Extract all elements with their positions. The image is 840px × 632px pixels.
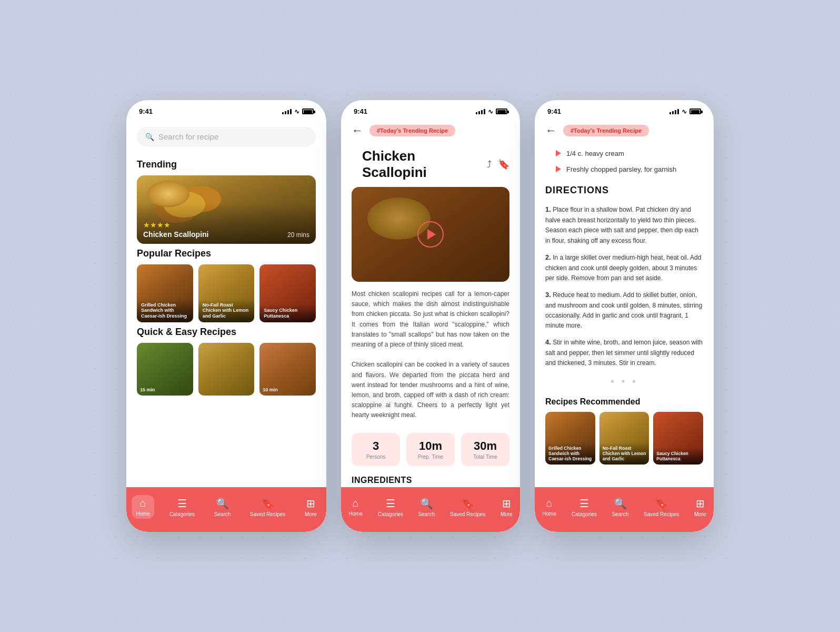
popular-card-3[interactable]: Saucy Chicken Puttanesca: [259, 264, 316, 322]
nav-home-label-2: Home: [348, 511, 363, 517]
status-bar-3: 9:41 ∿: [535, 100, 714, 118]
nav-home-1[interactable]: ⌂ Home: [132, 495, 154, 519]
quick-title: Quick & Easy Recipes: [126, 322, 326, 343]
popular-grid: Grilled Chicken Sandwich with Caesar-ish…: [126, 264, 326, 322]
rec-card-3[interactable]: Saucy Chicken Puttanesca: [653, 412, 703, 465]
quick-card-2[interactable]: [198, 343, 255, 396]
battery-icon: [302, 108, 314, 114]
last-ingredient-1: 1/4 c. heavy cream: [545, 146, 703, 162]
home-icon-2: ⌂: [353, 497, 359, 509]
nav-search-label-1: Search: [214, 511, 231, 517]
nav-categories-3[interactable]: ☰ Catagories: [567, 495, 601, 519]
status-icons-3: ∿: [669, 108, 701, 115]
nav-categories-1[interactable]: ☰ Catagories: [165, 495, 199, 519]
rec-overlay-1: Grilled Chicken Sandwich with Caesar-ish…: [545, 442, 595, 465]
rec-card-2[interactable]: No-Fail Roast Chicken with Lemon and Gar…: [599, 412, 649, 465]
nav-categories-2[interactable]: ☰ Catagories: [374, 495, 407, 519]
search-bar[interactable]: 🔍 Search for recipe: [137, 127, 316, 146]
home-icon-3: ⌂: [546, 497, 553, 509]
signal-icon-3: [669, 109, 679, 114]
battery-icon-2: [496, 108, 507, 114]
phone-recipe: 9:41 ∿ ← #Today's Trending Recipe Chicke…: [341, 100, 520, 532]
popular-title: Popular Recipes: [126, 244, 326, 264]
stat-prep: 10m Prep. Time: [406, 433, 455, 466]
nav-home-label-1: Home: [136, 511, 150, 517]
prep-value: 10m: [415, 439, 446, 453]
popular-card-2[interactable]: No-Fail Roast Chicken with Lemon and Gar…: [198, 264, 255, 322]
nav-home-label-3: Home: [542, 511, 556, 517]
status-bar-1: 9:41 ∿: [126, 100, 326, 118]
popular-name-1: Grilled Chicken Sandwich with Caesar-ish…: [141, 302, 189, 319]
rec-name-1: Grilled Chicken Sandwich with Caesar-ish…: [548, 446, 592, 462]
categories-icon-1: ☰: [177, 497, 187, 510]
nav-saved-2[interactable]: 🔖 Saved Recipes: [446, 495, 489, 519]
bottom-nav-1: ⌂ Home ☰ Catagories 🔍 Search 🔖 Saved Rec…: [126, 487, 326, 532]
nav-search-1[interactable]: 🔍 Search: [210, 495, 235, 519]
nav-categories-label-1: Catagories: [169, 511, 195, 517]
bottom-nav-2: ⌂ Home ☰ Catagories 🔍 Search 🔖 Saved Rec…: [341, 487, 520, 532]
nav-more-3[interactable]: ⊞ More: [690, 495, 711, 519]
stat-total: 30m Total Time: [461, 433, 509, 466]
battery-icon-3: [689, 108, 701, 114]
quick-card-1[interactable]: 15 min: [137, 343, 193, 396]
recipe-desc-1: Most chicken scallopini recipes call for…: [352, 290, 509, 348]
more-icon-3: ⊞: [696, 497, 705, 510]
trending-stars: ★★★★: [143, 221, 208, 229]
time-3: 9:41: [547, 107, 561, 115]
step-text-2: In a large skillet over medium-high heat…: [545, 254, 701, 282]
play-triangle: [427, 229, 436, 240]
play-button[interactable]: [417, 221, 444, 248]
nav-more-1[interactable]: ⊞ More: [301, 495, 321, 519]
nav-more-2[interactable]: ⊞ More: [496, 495, 517, 519]
recipe-title: Chicken Scallopini: [352, 148, 487, 181]
search-icon: 🔍: [145, 133, 154, 141]
total-label: Total Time: [469, 454, 501, 460]
more-icon-2: ⊞: [502, 497, 511, 510]
popular-card-1[interactable]: Grilled Chicken Sandwich with Caesar-ish…: [137, 264, 193, 322]
nav-home-3[interactable]: ⌂ Home: [538, 495, 561, 519]
recipe-header: ← #Today's Trending Recipe: [341, 118, 520, 146]
back-button-3[interactable]: ←: [545, 124, 557, 137]
signal-icon-2: [476, 109, 485, 114]
quick-image-2: [198, 343, 255, 396]
home-icon-1: ⌂: [140, 497, 146, 509]
trending-card[interactable]: ★★★★ Chicken Scallopini 20 mins: [137, 175, 316, 244]
nav-more-label-1: More: [305, 511, 317, 517]
quick-card-3[interactable]: 10 min: [259, 343, 316, 396]
step-num-4: 4.: [545, 338, 551, 346]
nav-search-2[interactable]: 🔍 Search: [414, 495, 439, 519]
recipe-header-3: ← #Today's Trending Recipe: [535, 118, 714, 146]
last-arrow-2: [556, 166, 561, 172]
rec-overlay-3: Saucy Chicken Puttanesca: [653, 448, 703, 465]
persons-value: 3: [360, 439, 392, 453]
wifi-icon-2: ∿: [488, 108, 493, 115]
time-2: 9:41: [354, 107, 367, 115]
quick-grid: 15 min 10 min: [126, 343, 326, 396]
step-num-3: 3.: [545, 291, 551, 299]
last-text-2: Freshly chopped parsley, for garnish: [566, 165, 676, 174]
step-1: 1. Place flour in a shallow bowl. Pat ch…: [535, 201, 714, 249]
last-ingredients: 1/4 c. heavy cream Freshly chopped parsl…: [535, 146, 714, 177]
nav-home-2[interactable]: ⌂ Home: [344, 495, 367, 519]
step-text-1: Place flour in a shallow bowl. Pat chick…: [545, 206, 698, 244]
share-icon[interactable]: ⤴: [487, 159, 492, 170]
recipe-stats: 3 Persons 10m Prep. Time 30m Total Time: [341, 428, 520, 471]
step-text-3: Reduce heat to medium. Add to skillet bu…: [545, 291, 702, 329]
rec-card-1[interactable]: Grilled Chicken Sandwich with Caesar-ish…: [545, 412, 595, 465]
recipe-title-row: Chicken Scallopini ⤴ 🔖: [341, 146, 520, 187]
trending-overlay: ★★★★ Chicken Scallopini 20 mins: [137, 215, 316, 244]
video-container[interactable]: [352, 187, 509, 282]
wifi-icon: ∿: [294, 108, 299, 115]
back-button[interactable]: ←: [352, 124, 363, 137]
recipe-description: Most chicken scallopini recipes call for…: [341, 282, 520, 428]
search-placeholder: Search for recipe: [158, 132, 218, 141]
popular-overlay-3: Saucy Chicken Puttanesca: [259, 304, 316, 322]
nav-saved-1[interactable]: 🔖 Saved Recipes: [246, 495, 289, 519]
bottom-nav-3: ⌂ Home ☰ Catagories 🔍 Search 🔖 Saved Rec…: [535, 487, 714, 532]
trending-recipe-name: Chicken Scallopini: [143, 230, 208, 239]
popular-overlay-2: No-Fail Roast Chicken with Lemon and Gar…: [198, 299, 255, 322]
bookmark-icon[interactable]: 🔖: [498, 159, 509, 170]
nav-saved-3[interactable]: 🔖 Saved Recipes: [639, 495, 683, 519]
nav-search-3[interactable]: 🔍 Search: [608, 495, 633, 519]
nav-categories-label-3: Catagories: [572, 511, 597, 517]
